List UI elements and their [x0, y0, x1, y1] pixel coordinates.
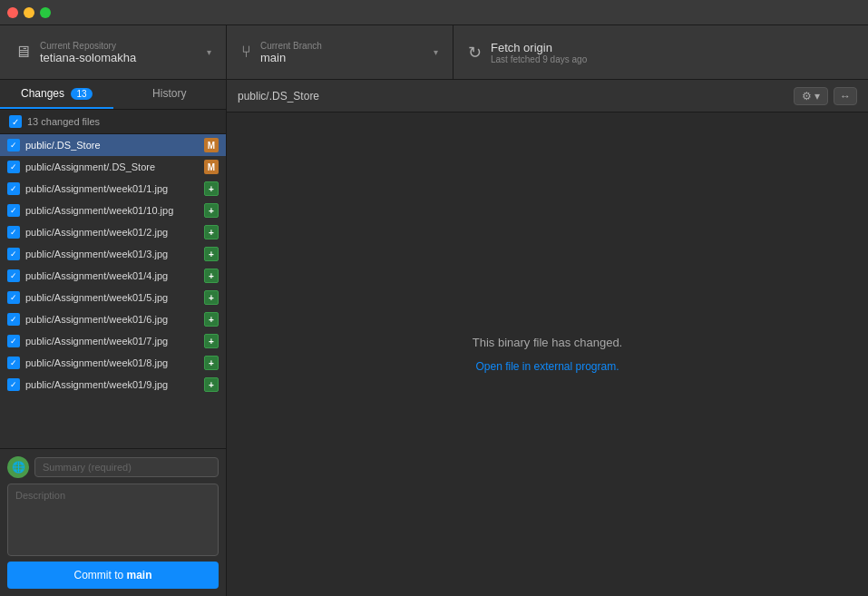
maximize-button[interactable] — [40, 7, 51, 18]
file-list-item[interactable]: ✓ public/.DS_Store M — [0, 134, 226, 156]
commit-button-branch: main — [127, 569, 152, 581]
gear-button[interactable]: ⚙ ▾ — [794, 87, 828, 105]
fetch-icon: ↻ — [468, 43, 482, 63]
file-list-item[interactable]: ✓ public/Assignment/.DS_Store M — [0, 156, 226, 178]
file-name: public/Assignment/week01/1.jpg — [25, 183, 199, 194]
file-list-item[interactable]: ✓ public/Assignment/week01/5.jpg + — [0, 287, 226, 308]
fetch-title: Fetch origin — [491, 41, 587, 54]
current-repository-section[interactable]: 🖥 Current Repository tetiana-solomakha ▾ — [0, 25, 227, 79]
file-status-badge: M — [204, 160, 219, 174]
file-checkbox[interactable]: ✓ — [7, 161, 20, 173]
file-status-badge: + — [204, 356, 219, 370]
repository-icon: 🖥 — [15, 43, 31, 62]
file-name: public/Assignment/week01/9.jpg — [25, 379, 199, 390]
file-name: public/Assignment/.DS_Store — [25, 161, 199, 172]
select-all-checkbox[interactable]: ✓ — [9, 115, 22, 128]
tab-changes-badge: 13 — [71, 88, 92, 100]
branch-info: Current Branch main — [260, 41, 322, 64]
file-checkbox[interactable]: ✓ — [7, 182, 20, 195]
file-status-badge: + — [204, 203, 219, 218]
file-checkbox[interactable]: ✓ — [7, 335, 20, 347]
gear-chevron-icon: ▾ — [814, 90, 820, 103]
commit-button-prefix: Commit to — [73, 569, 126, 581]
commit-area: 🌐 Commit to main — [0, 448, 226, 596]
file-status-badge: + — [204, 377, 219, 392]
repository-info: Current Repository tetiana-solomakha — [40, 41, 136, 64]
file-list-item[interactable]: ✓ public/Assignment/week01/8.jpg + — [0, 352, 226, 374]
gear-icon: ⚙ — [802, 90, 812, 103]
close-button[interactable] — [7, 7, 18, 18]
commit-button[interactable]: Commit to main — [7, 562, 219, 589]
content-body: This binary file has changed. Open file … — [227, 112, 868, 596]
file-list: ✓ public/.DS_Store M ✓ public/Assignment… — [0, 134, 226, 448]
sidebar-tabs: Changes 13 History — [0, 80, 226, 110]
content-filename: public/.DS_Store — [238, 90, 786, 103]
titlebar — [0, 0, 868, 25]
fetch-origin-section[interactable]: ↻ Fetch origin Last fetched 9 days ago — [454, 25, 868, 79]
file-checkbox[interactable]: ✓ — [7, 139, 20, 151]
minimize-button[interactable] — [24, 7, 34, 18]
file-name: public/Assignment/week01/7.jpg — [25, 336, 199, 347]
file-status-badge: M — [204, 138, 219, 152]
tab-changes-label: Changes — [21, 87, 64, 100]
binary-message: This binary file has changed. — [473, 336, 622, 349]
file-name: public/Assignment/week01/10.jpg — [25, 205, 199, 216]
tab-history[interactable]: History — [113, 80, 227, 109]
file-checkbox[interactable]: ✓ — [7, 313, 20, 326]
summary-row: 🌐 — [7, 456, 219, 478]
file-status-badge: + — [204, 269, 219, 283]
file-list-item[interactable]: ✓ public/Assignment/week01/1.jpg + — [0, 178, 226, 200]
avatar: 🌐 — [7, 456, 29, 478]
file-checkbox[interactable]: ✓ — [7, 226, 20, 239]
expand-icon: ↔ — [840, 90, 851, 103]
fetch-info: Fetch origin Last fetched 9 days ago — [491, 41, 587, 64]
file-list-item[interactable]: ✓ public/Assignment/week01/6.jpg + — [0, 308, 226, 330]
file-checkbox[interactable]: ✓ — [7, 291, 20, 304]
summary-input[interactable] — [34, 457, 219, 477]
changed-files-header: ✓ 13 changed files — [0, 110, 226, 134]
file-name: public/Assignment/week01/8.jpg — [25, 357, 199, 368]
content-actions: ⚙ ▾ ↔ — [794, 87, 857, 105]
file-status-badge: + — [204, 290, 219, 305]
file-list-item[interactable]: ✓ public/Assignment/week01/4.jpg + — [0, 265, 226, 287]
file-name: public/Assignment/week01/2.jpg — [25, 227, 199, 238]
file-checkbox[interactable]: ✓ — [7, 248, 20, 260]
current-branch-section[interactable]: ⑂ Current Branch main ▾ — [227, 25, 454, 79]
main-layout: Changes 13 History ✓ 13 changed files ✓ … — [0, 80, 868, 596]
file-list-item[interactable]: ✓ public/Assignment/week01/7.jpg + — [0, 330, 226, 352]
file-name: public/Assignment/week01/5.jpg — [25, 292, 199, 303]
file-name: public/Assignment/week01/6.jpg — [25, 314, 199, 325]
tab-history-label: History — [152, 87, 186, 100]
file-list-item[interactable]: ✓ public/Assignment/week01/10.jpg + — [0, 200, 226, 221]
file-checkbox[interactable]: ✓ — [7, 378, 20, 391]
content-header: public/.DS_Store ⚙ ▾ ↔ — [227, 80, 868, 112]
file-status-badge: + — [204, 312, 219, 327]
file-name: public/Assignment/week01/4.jpg — [25, 270, 199, 281]
tab-changes[interactable]: Changes 13 — [0, 80, 113, 109]
description-input[interactable] — [7, 484, 219, 556]
file-checkbox[interactable]: ✓ — [7, 357, 20, 369]
branch-chevron-icon: ▾ — [434, 47, 438, 57]
file-status-badge: + — [204, 247, 219, 261]
file-checkbox[interactable]: ✓ — [7, 269, 20, 282]
file-name: public/.DS_Store — [25, 140, 199, 151]
branch-name: main — [260, 51, 322, 64]
file-list-item[interactable]: ✓ public/Assignment/week01/3.jpg + — [0, 243, 226, 265]
branch-label: Current Branch — [260, 41, 322, 51]
file-status-badge: + — [204, 225, 219, 239]
repository-name: tetiana-solomakha — [40, 51, 136, 64]
file-list-item[interactable]: ✓ public/Assignment/week01/9.jpg + — [0, 374, 226, 396]
content-area: public/.DS_Store ⚙ ▾ ↔ This binary file … — [227, 80, 868, 596]
file-status-badge: + — [204, 181, 219, 196]
file-checkbox[interactable]: ✓ — [7, 204, 20, 217]
toolbar: 🖥 Current Repository tetiana-solomakha ▾… — [0, 25, 868, 80]
branch-icon: ⑂ — [241, 43, 251, 62]
changed-files-count: 13 changed files — [27, 116, 100, 127]
file-status-badge: + — [204, 334, 219, 348]
open-external-link[interactable]: Open file in external program. — [475, 360, 619, 373]
fetch-subtitle: Last fetched 9 days ago — [491, 54, 587, 64]
repository-chevron-icon: ▾ — [207, 47, 211, 57]
file-list-item[interactable]: ✓ public/Assignment/week01/2.jpg + — [0, 221, 226, 243]
file-name: public/Assignment/week01/3.jpg — [25, 249, 199, 259]
expand-button[interactable]: ↔ — [834, 87, 857, 105]
